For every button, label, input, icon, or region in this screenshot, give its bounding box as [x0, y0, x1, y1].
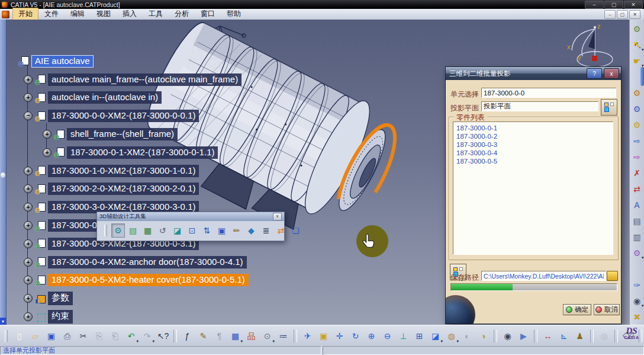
tree-item[interactable]: + 187-3000-0-1-XM2-(187-3000-0-1.1)	[43, 143, 386, 162]
projection-plane-picker-button[interactable]	[601, 99, 617, 116]
player-icon[interactable]: ▶	[516, 328, 531, 343]
menu-item[interactable]: 帮助	[221, 8, 246, 20]
tree-item[interactable]: + shell_frame--(shell_frame)	[43, 125, 386, 143]
tree-expander[interactable]: +	[24, 75, 33, 84]
tree-expander[interactable]: +	[24, 239, 33, 248]
redo-icon[interactable]: ↷ ▾	[140, 328, 154, 343]
open-folder-icon[interactable]: ▱	[28, 328, 43, 343]
orientation-compass[interactable]: z x y	[561, 22, 626, 72]
box-attach-icon[interactable]: ⊡	[185, 223, 199, 238]
menu-item[interactable]: 插入	[117, 8, 142, 20]
camera-icon[interactable]: ◉	[500, 328, 515, 343]
cancel-button[interactable]: 取消	[594, 304, 620, 315]
viewport-3d[interactable]: ▼ AIE autoclave + autoclave main_frame--…	[0, 20, 629, 325]
menu-item[interactable]: 窗口	[195, 8, 220, 20]
point-hand-icon[interactable]: ☛ ▾	[630, 54, 644, 68]
select-cursor-icon[interactable]: ↖ ▾	[630, 38, 644, 52]
frame-text-icon[interactable]: A	[630, 198, 644, 212]
zoom-out-icon[interactable]: ⊖	[380, 328, 395, 343]
undo-icon[interactable]: ↶ ▾	[124, 328, 139, 343]
iso-view-icon[interactable]: ◪ ▾	[428, 328, 443, 343]
hide-show-icon[interactable]: ◐	[460, 328, 475, 343]
parts-list-item[interactable]: 187-3000-0-5	[456, 157, 613, 165]
fit-all-icon[interactable]: ▣	[316, 328, 331, 343]
measure-item-icon[interactable]: ⊾	[556, 328, 571, 343]
dialog-titlebar[interactable]: 三维到二维批量投影 ? x	[446, 67, 621, 80]
toolbar-grip[interactable]	[104, 225, 107, 236]
unit-select-input[interactable]	[481, 88, 616, 98]
scroll-down-arrow[interactable]: ▼	[0, 318, 6, 325]
excel-table-icon[interactable]: ▦	[141, 223, 154, 238]
floating-toolbar-titlebar[interactable]: 3D辅助设计工具集 x	[97, 212, 284, 221]
tree-expander[interactable]: +	[24, 167, 33, 175]
ok-button[interactable]: 确定	[563, 304, 591, 315]
menu-item[interactable]: 分析	[169, 8, 194, 20]
normal-view-icon[interactable]: ⟂	[396, 328, 411, 343]
swap-visible-icon[interactable]: ◑	[476, 328, 491, 343]
quad-view-icon[interactable]: ⊞	[412, 328, 427, 343]
tree-expander[interactable]: +	[24, 258, 33, 267]
part-arrow-blue-icon[interactable]: ⇨	[630, 134, 644, 148]
menu-item[interactable]: 开始	[13, 8, 38, 20]
lock-icon[interactable]: ⊙ ▾	[260, 328, 275, 343]
knowledge-icon[interactable]: ¶	[212, 328, 227, 343]
multi-instance-icon[interactable]: ⚙ ▾	[630, 246, 644, 260]
doc-list-icon[interactable]: ▤	[630, 214, 644, 228]
tree-item[interactable]: + autoclave main_frame--(autoclave main_…	[24, 71, 386, 89]
annotate-icon[interactable]: ✏	[230, 223, 243, 238]
parts-list-item[interactable]: 187-3000-0-1	[456, 124, 613, 132]
mdi-restore-button[interactable]: ▢	[617, 10, 628, 19]
material-cube-icon[interactable]: ◆	[244, 223, 258, 238]
tree-expander[interactable]: +	[43, 130, 51, 139]
parts-list-item[interactable]: 187-3000-0-3	[456, 140, 613, 149]
tree-item[interactable]: + autoclave in--(autoclave in)	[24, 89, 386, 107]
batch-projection-icon[interactable]: ⚙	[111, 223, 125, 238]
fly-mode-icon[interactable]: ✈	[300, 328, 315, 343]
new-file-icon[interactable]: ▯	[12, 328, 27, 343]
browse-folder-button[interactable]	[607, 271, 618, 281]
tree-expander[interactable]: +	[43, 148, 51, 157]
scrollbar-thumb[interactable]	[1, 172, 5, 178]
tree-item[interactable]: + 187-3000-2-0-XM2-(187-3000-2-0.1)	[24, 180, 386, 199]
doc-exchange-icon[interactable]: ⇄	[630, 182, 644, 196]
menu-item[interactable]: 文件	[39, 8, 64, 20]
toolbar-grip[interactable]	[5, 330, 8, 342]
part-arrow-magenta-icon[interactable]: ⇨	[630, 150, 644, 164]
tree-expander[interactable]: +	[24, 221, 33, 230]
minimize-button[interactable]: –	[585, 1, 604, 9]
save-batch-icon[interactable]: ▣	[215, 223, 228, 238]
paste-icon[interactable]: ⎗	[108, 328, 123, 343]
rotate-ring-icon[interactable]: ↺	[156, 223, 169, 238]
measure-inertia-icon[interactable]: ♟	[572, 328, 587, 343]
mirror-plane-icon[interactable]: ◪	[170, 223, 184, 238]
tree-expander[interactable]: +	[24, 312, 33, 321]
projection-plane-input[interactable]	[481, 101, 598, 111]
tree-expander[interactable]: +	[24, 93, 33, 102]
menu-item[interactable]: 编辑	[65, 8, 90, 20]
formula-fx-icon[interactable]: ƒ	[180, 328, 195, 343]
axis-system-icon[interactable]: ✖	[630, 310, 644, 324]
update-gears-icon[interactable]: ⚙	[630, 22, 644, 36]
parts-listbox[interactable]: 187-3000-0-1 187-3000-0-2 187-3000-0-3 1…	[453, 121, 613, 255]
save-file-icon[interactable]: ▣	[44, 328, 59, 343]
catalog-gear-icon[interactable]: ⚙	[630, 86, 644, 100]
zoom-in-icon[interactable]: ⊕	[364, 328, 379, 343]
tree-item[interactable]: + 参数	[24, 289, 386, 308]
tree-item[interactable]: + 187-3000-0-4-XM2-anchor door(187-3000-…	[24, 253, 386, 271]
mdi-minimize-button[interactable]: –	[604, 10, 616, 19]
whats-this-icon[interactable]: ↖?	[156, 328, 170, 343]
catia-swirl-icon[interactable]: ◎	[597, 328, 611, 343]
tree-scrollbar[interactable]: ▼	[0, 20, 7, 325]
structure-graph-icon[interactable]: 品	[244, 328, 259, 343]
comment-pen-icon[interactable]: ✎	[196, 328, 211, 343]
floating-toolbar-close-button[interactable]: x	[273, 213, 282, 220]
menu-item[interactable]: 工具	[143, 8, 168, 20]
tree-item[interactable]: AIE autoclave	[7, 52, 386, 71]
parts-list-item[interactable]: 187-3000-0-2	[456, 132, 613, 140]
save-path-input[interactable]	[481, 271, 606, 281]
tree-expander[interactable]: +	[24, 294, 33, 303]
tree-item[interactable]: + 187-3000-0-5-XM2-heater cover(187-3000…	[24, 271, 386, 290]
shade-style-icon[interactable]: ◍ ▾	[444, 328, 459, 343]
paint-brush-icon[interactable]: ✑	[630, 278, 644, 292]
tree-expander[interactable]: +	[24, 203, 33, 212]
